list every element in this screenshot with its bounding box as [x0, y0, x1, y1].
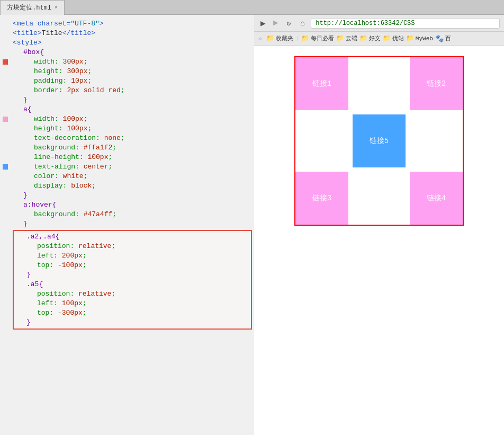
code-line: a:hover{	[13, 200, 252, 210]
folder-icon: 📁	[406, 34, 414, 42]
code-line: }	[13, 191, 252, 200]
gutter-markers	[0, 15, 11, 435]
code-line: top: -100px;	[16, 261, 249, 270]
code-line: height: 300px;	[13, 67, 252, 76]
code-line: padding: 10px;	[13, 76, 252, 86]
bookmark-label: 好文	[369, 34, 381, 42]
address-text: http://localhost:63342/CSS	[316, 20, 415, 27]
link-1[interactable]: 链接1	[295, 57, 348, 110]
paw-icon: 🐾	[435, 34, 444, 43]
code-line: background: #ffa1f2;	[13, 143, 252, 153]
link-4[interactable]: 链接4	[410, 172, 463, 225]
bookmark-favorites[interactable]: 📁 收藏夹	[266, 34, 293, 42]
bookmarks-bar: ☆ 📁 收藏夹 | 📁 每日必看 📁 云端 📁 好文 📁 优站	[254, 32, 504, 46]
code-line: height: 100px;	[13, 124, 252, 134]
bookmark-label: 云端	[346, 34, 357, 42]
cursor-hand-icon: ☞	[409, 135, 415, 147]
folder-icon: 📁	[359, 34, 367, 42]
browser-toolbar: ▶ ► ↻ ⌂ http://localhost:63342/CSS	[254, 15, 504, 32]
bookmark-label: 优站	[392, 34, 404, 42]
bookmark-label: MyWeb	[416, 35, 433, 42]
bookmark-baidu[interactable]: 🐾 百	[435, 34, 451, 43]
code-line: }	[16, 318, 249, 327]
address-bar[interactable]: http://localhost:63342/CSS	[311, 18, 500, 29]
code-content: <meta charset="UTF-8"> <title>Title</tit…	[11, 15, 254, 435]
bookmark-label: 每日必看	[311, 34, 334, 42]
folder-icon: 📁	[336, 34, 344, 42]
code-line: text-decoration: none;	[13, 134, 252, 143]
code-line: <meta charset="UTF-8">	[13, 19, 252, 29]
blue-marker	[0, 162, 11, 172]
folder-icon: 📁	[383, 34, 391, 42]
code-line: <style>	[13, 38, 252, 48]
pink-marker	[0, 114, 11, 124]
red-breakpoint-marker	[0, 57, 11, 67]
tab-bar: 方块定位.html ×	[0, 0, 504, 15]
code-line: left: 200px;	[16, 251, 249, 261]
code-line: }	[13, 219, 252, 229]
forward-button[interactable]: ►	[271, 19, 281, 28]
link-3[interactable]: 链接3	[295, 172, 348, 225]
code-line: position: relative;	[16, 289, 249, 299]
highlighted-code-block: .a2,.a4{ position: relative; left: 200px…	[13, 230, 252, 330]
code-line: width: 300px;	[13, 57, 252, 67]
code-line: left: 100px;	[16, 299, 249, 308]
refresh-button[interactable]: ↻	[283, 18, 294, 29]
code-editor-panel: <meta charset="UTF-8"> <title>Title</tit…	[0, 15, 254, 435]
code-line: a{	[13, 105, 252, 114]
code-line: text-align: center;	[13, 162, 252, 172]
bookmark-label: 收藏夹	[276, 34, 293, 42]
bookmark-sites[interactable]: 📁 优站	[383, 34, 404, 42]
code-line: top: -300px;	[16, 308, 249, 318]
folder-icon: 📁	[301, 34, 309, 42]
bookmarks-icon: ☆	[258, 34, 262, 42]
code-line: #box{	[13, 48, 252, 57]
main-content: <meta charset="UTF-8"> <title>Title</tit…	[0, 15, 504, 435]
code-line: .a2,.a4{	[16, 232, 249, 242]
code-line: border: 2px solid red;	[13, 86, 252, 95]
code-line: width: 100px;	[13, 114, 252, 124]
code-line: display: block;	[13, 181, 252, 191]
code-line: line-height: 100px;	[13, 153, 252, 162]
back-button[interactable]: ▶	[258, 18, 268, 29]
code-line: position: relative;	[16, 242, 249, 251]
code-line: }	[13, 95, 252, 105]
bookmark-label: 百	[445, 34, 451, 42]
tab-filename: 方块定位.html	[7, 3, 51, 12]
code-line: <title>Title</title>	[13, 29, 252, 38]
code-line: .a5{	[16, 280, 249, 289]
bookmark-good[interactable]: 📁 好文	[359, 34, 381, 42]
code-line: }	[16, 270, 249, 280]
bookmark-daily[interactable]: 📁 每日必看	[301, 34, 334, 42]
demo-box: 链接1 链接2 链接3 链接4 链接5 ☞	[294, 56, 464, 226]
bookmark-myweb[interactable]: 📁 MyWeb	[406, 34, 433, 42]
browser-content: 链接1 链接2 链接3 链接4 链接5 ☞	[254, 46, 504, 435]
link-2[interactable]: 链接2	[410, 57, 463, 110]
active-tab[interactable]: 方块定位.html ×	[0, 0, 65, 15]
bookmark-cloud[interactable]: 📁 云端	[336, 34, 357, 42]
folder-icon: 📁	[266, 34, 274, 42]
tab-close-button[interactable]: ×	[55, 5, 58, 11]
home-button[interactable]: ⌂	[297, 18, 308, 29]
browser-panel: ▶ ► ↻ ⌂ http://localhost:63342/CSS ☆ 📁 收…	[254, 15, 504, 435]
link-5[interactable]: 链接5 ☞	[353, 114, 406, 167]
code-line: color: white;	[13, 172, 252, 181]
code-line: background: #47a4ff;	[13, 210, 252, 219]
